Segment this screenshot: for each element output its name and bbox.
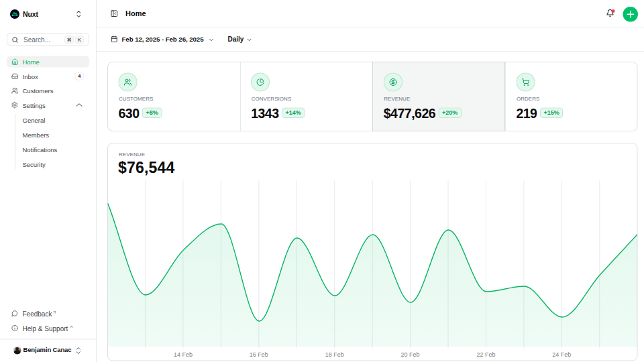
svg-text:22 Feb: 22 Feb xyxy=(476,351,495,358)
svg-text:16 Feb: 16 Feb xyxy=(250,351,268,358)
svg-text:18 Feb: 18 Feb xyxy=(325,351,344,358)
svg-text:14 Feb: 14 Feb xyxy=(174,351,193,358)
svg-text:20 Feb: 20 Feb xyxy=(401,351,420,358)
svg-text:24 Feb: 24 Feb xyxy=(552,351,571,358)
